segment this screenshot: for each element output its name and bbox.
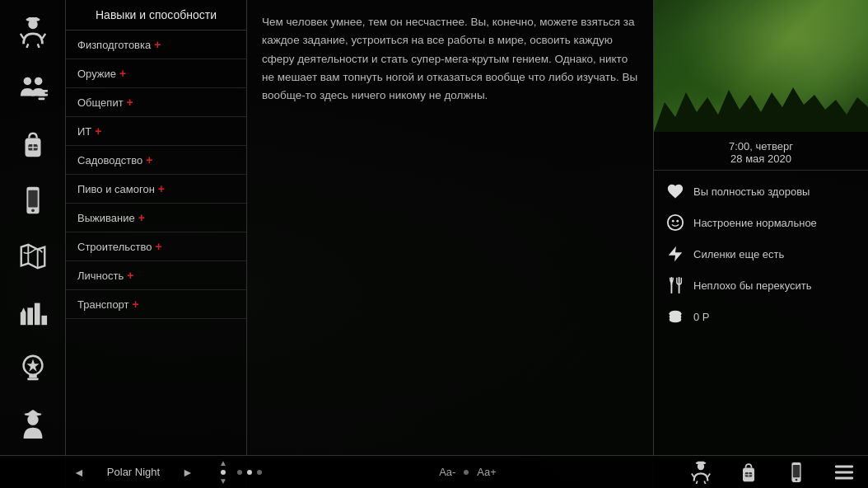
svg-point-35 bbox=[672, 220, 674, 223]
svg-line-4 bbox=[37, 44, 39, 48]
font-section: Aa- Aa+ bbox=[431, 456, 505, 489]
skill-item-cooking[interactable]: Общепит + bbox=[66, 88, 246, 117]
svg-marker-19 bbox=[21, 245, 44, 269]
skill-label-gardening: Садоводство bbox=[77, 154, 142, 167]
mood-icon bbox=[665, 213, 685, 232]
stats-icon-btn[interactable] bbox=[6, 285, 60, 340]
font-increase-btn[interactable]: Aa+ bbox=[469, 456, 505, 489]
hunger-status: Неплохо бы перекусить bbox=[654, 270, 868, 301]
svg-line-2 bbox=[42, 34, 45, 39]
backpack-icon-btn[interactable] bbox=[6, 117, 60, 171]
dot-center bbox=[247, 470, 252, 475]
health-icon bbox=[665, 181, 685, 201]
svg-rect-30 bbox=[27, 378, 38, 380]
nav-phone-icon bbox=[785, 461, 808, 484]
phone-icon bbox=[17, 185, 49, 216]
font-decrease-btn[interactable]: Aa- bbox=[431, 456, 464, 489]
svg-line-48 bbox=[704, 481, 705, 484]
skill-item-transport[interactable]: Транспорт + bbox=[66, 290, 246, 319]
skill-plus-fitness: + bbox=[154, 38, 161, 51]
skill-item-fitness[interactable]: Физподготовка + bbox=[66, 30, 246, 59]
scroll-down-btn[interactable]: ▼ bbox=[214, 475, 232, 488]
skill-item-brewing[interactable]: Пиво и самогон + bbox=[66, 175, 246, 204]
skill-label-survival: Выживание bbox=[77, 212, 135, 224]
date-display: 28 мая 2020 bbox=[664, 152, 858, 165]
inventory-icon-btn[interactable] bbox=[6, 61, 60, 115]
svg-point-8 bbox=[34, 77, 42, 86]
skill-label-construction: Строительство bbox=[77, 241, 152, 253]
nav-backpack-btn[interactable] bbox=[725, 456, 772, 489]
achievements-icon-btn[interactable] bbox=[6, 341, 60, 396]
money-icon bbox=[665, 307, 685, 326]
skills-header: Навыки и способности bbox=[66, 0, 246, 30]
skill-label-personality: Личность bbox=[77, 270, 124, 282]
stats-icon bbox=[17, 297, 49, 328]
svg-point-57 bbox=[796, 478, 798, 481]
skill-plus-weapons: + bbox=[119, 67, 126, 80]
character-icon-btn[interactable] bbox=[6, 5, 60, 59]
achievements-icon bbox=[17, 353, 49, 384]
skill-item-survival[interactable]: Выживание + bbox=[66, 204, 246, 232]
svg-rect-56 bbox=[793, 464, 800, 476]
svg-marker-26 bbox=[21, 307, 26, 312]
svg-marker-37 bbox=[669, 246, 683, 261]
svg-point-43 bbox=[670, 317, 682, 322]
svg-rect-25 bbox=[41, 316, 47, 325]
energy-icon bbox=[665, 244, 685, 264]
skill-plus-transport: + bbox=[133, 298, 139, 311]
skill-item-it[interactable]: ИТ + bbox=[66, 117, 246, 146]
character-icon bbox=[17, 16, 49, 48]
svg-rect-60 bbox=[835, 476, 853, 479]
backpack-icon bbox=[17, 129, 49, 160]
skill-plus-personality: + bbox=[127, 269, 133, 282]
money-status: 0 Р bbox=[654, 301, 868, 332]
skill-label-fitness: Физподготовка bbox=[77, 39, 151, 51]
svg-rect-58 bbox=[835, 465, 853, 467]
svg-point-7 bbox=[23, 77, 30, 86]
money-text: 0 Р bbox=[693, 311, 710, 323]
svg-rect-10 bbox=[38, 94, 47, 96]
scroll-up-btn[interactable]: ▲ bbox=[214, 457, 232, 470]
nav-character-btn[interactable] bbox=[677, 456, 725, 489]
npc-icon bbox=[17, 409, 49, 440]
svg-rect-11 bbox=[38, 97, 44, 100]
svg-point-34 bbox=[668, 215, 683, 230]
skills-list: Физподготовка + Оружие + Общепит + ИТ + … bbox=[66, 30, 246, 488]
right-panel: 7:00, четверг 28 мая 2020 Вы полностью з… bbox=[654, 0, 868, 488]
skill-plus-construction: + bbox=[155, 240, 161, 253]
svg-rect-24 bbox=[34, 303, 40, 326]
theme-next-btn[interactable]: ► bbox=[175, 456, 201, 489]
skill-item-gardening[interactable]: Садоводство + bbox=[66, 146, 246, 175]
nav-menu-icon bbox=[833, 461, 856, 484]
npc-icon-btn[interactable] bbox=[6, 397, 60, 452]
skill-item-personality[interactable]: Личность + bbox=[66, 261, 246, 290]
theme-section: ◄ Polar Night ► bbox=[66, 456, 201, 488]
skill-item-weapons[interactable]: Оружие + bbox=[66, 59, 246, 88]
map-icon-btn[interactable] bbox=[6, 229, 60, 284]
health-status: Вы полностью здоровы bbox=[654, 176, 868, 207]
skill-label-brewing: Пиво и самогон bbox=[77, 183, 155, 195]
nav-phone-btn[interactable] bbox=[772, 456, 820, 489]
skill-label-transport: Транспорт bbox=[77, 298, 129, 311]
svg-rect-9 bbox=[38, 90, 47, 92]
scroll-vertical: ▲ ▼ bbox=[214, 457, 232, 488]
main-content: Чем человек умнее, тем он несчастнее. Вы… bbox=[247, 0, 654, 488]
phone-icon-btn[interactable] bbox=[6, 173, 60, 228]
skills-panel: Навыки и способности Физподготовка + Ору… bbox=[66, 0, 247, 488]
theme-prev-btn[interactable]: ◄ bbox=[66, 456, 92, 489]
skill-item-construction[interactable]: Строительство + bbox=[66, 232, 246, 261]
svg-line-3 bbox=[26, 44, 28, 48]
health-text: Вы полностью здоровы bbox=[693, 185, 810, 198]
energy-text: Силенки еще есть bbox=[693, 248, 784, 260]
skill-plus-cooking: + bbox=[127, 96, 133, 109]
datetime-block: 7:00, четверг 28 мая 2020 bbox=[654, 132, 868, 171]
map-icon bbox=[17, 241, 49, 272]
energy-status: Силенки еще есть bbox=[654, 238, 868, 270]
nav-menu-btn[interactable] bbox=[820, 456, 868, 489]
svg-point-33 bbox=[24, 413, 41, 416]
skill-plus-gardening: + bbox=[146, 153, 152, 167]
bottom-bar: ◄ Polar Night ► ▲ ▼ Aa- Aa+ bbox=[0, 455, 868, 488]
svg-rect-6 bbox=[28, 17, 37, 21]
skill-plus-brewing: + bbox=[158, 182, 165, 195]
svg-point-31 bbox=[27, 415, 38, 425]
